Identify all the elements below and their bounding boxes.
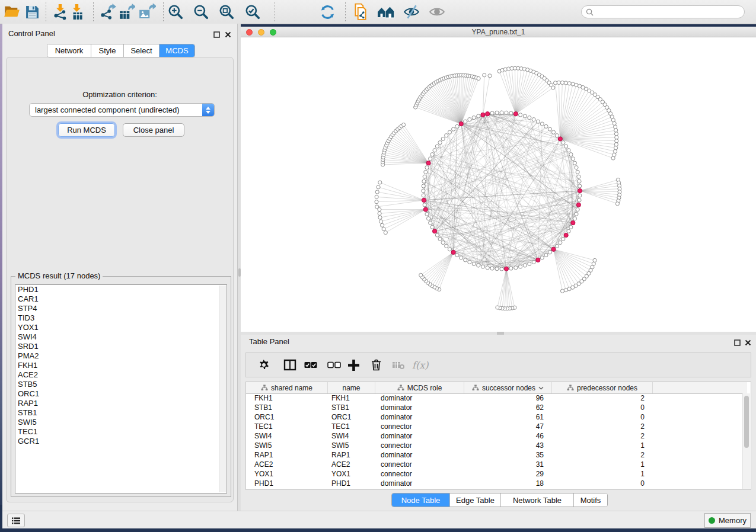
ring-node[interactable]	[423, 203, 426, 207]
ring-node[interactable]	[441, 241, 445, 244]
mcds-result-item[interactable]: SWI5	[15, 418, 227, 427]
mcds-result-item[interactable]: RAP1	[15, 399, 227, 408]
ring-node[interactable]	[490, 267, 494, 270]
ring-node[interactable]	[540, 256, 544, 259]
mcds-result-item[interactable]: STB5	[15, 380, 227, 389]
ring-node[interactable]	[523, 114, 527, 118]
tab-node-table[interactable]: Node Table	[392, 493, 450, 507]
import-table-icon[interactable]	[68, 2, 87, 21]
ring-node[interactable]	[422, 189, 425, 193]
ring-node[interactable]	[576, 207, 579, 211]
ring-node[interactable]	[500, 111, 503, 114]
mcds-result-item[interactable]: TID3	[15, 313, 227, 323]
export-table-icon[interactable]	[117, 2, 136, 21]
satellite-node[interactable]	[560, 81, 564, 84]
column-header-predecessor-nodes[interactable]: predecessor nodes	[552, 382, 653, 393]
mcds-result-item[interactable]: PMA2	[15, 351, 227, 361]
table-row[interactable]: SWI4SWI4dominator462	[246, 431, 747, 441]
ring-node[interactable]	[422, 180, 426, 183]
satellite-node[interactable]	[477, 76, 480, 80]
table-row[interactable]: RAP1RAP1dominator352	[246, 450, 747, 460]
ring-node[interactable]	[477, 114, 480, 118]
ring-node[interactable]	[430, 225, 434, 229]
mcds-result-item[interactable]: YOX1	[15, 323, 227, 332]
ring-node[interactable]	[571, 157, 575, 161]
ring-node[interactable]	[514, 266, 518, 270]
ring-node[interactable]	[455, 124, 459, 128]
mcds-result-item[interactable]: ORC1	[15, 389, 227, 399]
tab-mcds[interactable]: MCDS	[160, 44, 194, 57]
ring-node[interactable]	[555, 134, 559, 137]
mcds-hub-node[interactable]	[558, 137, 562, 141]
mcds-hub-node[interactable]	[486, 112, 490, 116]
ring-node[interactable]	[441, 137, 445, 140]
zoom-in-icon[interactable]	[166, 2, 185, 21]
mcds-hub-node[interactable]	[576, 203, 580, 207]
ring-node[interactable]	[455, 254, 459, 257]
export-image-icon[interactable]	[138, 2, 157, 21]
mcds-result-item[interactable]: SRD1	[15, 342, 227, 351]
ring-node[interactable]	[578, 198, 581, 202]
satellite-node[interactable]	[377, 185, 380, 189]
mcds-hub-node[interactable]	[551, 247, 556, 251]
ring-node[interactable]	[423, 175, 426, 178]
ring-node[interactable]	[578, 194, 582, 197]
ring-node[interactable]	[576, 170, 579, 174]
tab-network-table[interactable]: Network Table	[501, 493, 574, 507]
ring-node[interactable]	[490, 111, 494, 115]
ring-node[interactable]	[472, 116, 476, 119]
float-panel-icon[interactable]	[213, 30, 220, 36]
ring-node[interactable]	[523, 264, 527, 267]
ring-node[interactable]	[528, 262, 531, 265]
mcds-result-item[interactable]: STB1	[15, 408, 227, 418]
ring-node[interactable]	[555, 244, 559, 248]
table-row[interactable]: SWI5SWI5connector431	[246, 441, 747, 450]
ring-node[interactable]	[429, 221, 432, 225]
ring-node[interactable]	[426, 217, 430, 220]
table-row[interactable]: STB1STB1dominator620	[246, 403, 747, 412]
satellite-node[interactable]	[380, 223, 384, 227]
ring-node[interactable]	[567, 149, 570, 152]
ring-node[interactable]	[567, 229, 570, 233]
ring-node[interactable]	[505, 111, 508, 114]
ring-node[interactable]	[430, 153, 434, 156]
mcds-result-item[interactable]: ACE2	[15, 370, 227, 380]
mcds-hub-node[interactable]	[481, 113, 485, 117]
satellite-node[interactable]	[483, 73, 486, 77]
satellite-node[interactable]	[419, 273, 423, 277]
ring-node[interactable]	[578, 184, 582, 188]
column-header-name[interactable]: name	[328, 382, 375, 393]
mcds-result-item[interactable]: FKH1	[15, 361, 227, 370]
mcds-result-item[interactable]: GCR1	[15, 437, 227, 446]
deselect-all-icon[interactable]	[327, 353, 342, 377]
satellite-node[interactable]	[571, 82, 575, 86]
memory-button[interactable]: Memory	[704, 513, 751, 528]
zoom-out-icon[interactable]	[192, 2, 210, 21]
ring-node[interactable]	[429, 157, 432, 161]
mcds-result-item[interactable]: TEC1	[15, 427, 227, 437]
close-panel-button[interactable]: Close panel	[123, 123, 184, 137]
mcds-result-item[interactable]: STP4	[15, 304, 227, 313]
satellite-node[interactable]	[564, 81, 567, 85]
ring-node[interactable]	[433, 149, 436, 152]
column-header-successor-nodes[interactable]: successor nodes	[464, 382, 552, 393]
network-window-titlebar[interactable]: YPA_prune.txt_1	[241, 27, 756, 37]
ring-node[interactable]	[495, 267, 499, 271]
satellite-node[interactable]	[488, 74, 492, 78]
ring-node[interactable]	[509, 111, 513, 115]
tab-select[interactable]: Select	[124, 44, 160, 57]
scrollbar-track[interactable]	[219, 286, 226, 492]
ring-node[interactable]	[425, 212, 429, 216]
ring-node[interactable]	[464, 258, 467, 262]
ring-node[interactable]	[477, 264, 480, 267]
table-row[interactable]: TEC1TEC1connector472	[246, 422, 747, 431]
ring-node[interactable]	[445, 244, 448, 248]
ring-node[interactable]	[540, 122, 544, 126]
ring-node[interactable]	[425, 166, 429, 169]
float-panel-icon[interactable]	[734, 338, 741, 344]
criterion-dropdown[interactable]: largest connected component (undirected)	[29, 103, 215, 117]
column-header-MCDS-role[interactable]: MCDS role	[375, 382, 464, 393]
ring-node[interactable]	[578, 180, 581, 183]
satellite-node[interactable]	[614, 129, 618, 132]
refresh-layout-icon[interactable]	[318, 2, 337, 21]
